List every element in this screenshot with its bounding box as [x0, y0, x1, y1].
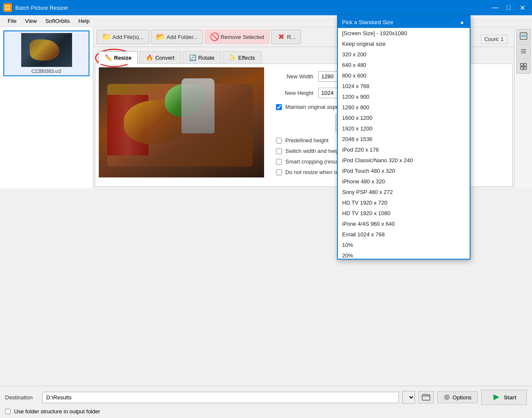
menu-softorbits[interactable]: SoftOrbits: [41, 16, 74, 26]
dropdown-title: Pick a Standard Size: [342, 19, 393, 25]
dropdown-item[interactable]: HD TV 1920 x 720: [338, 197, 470, 208]
dropdown-item[interactable]: iPod Classic/Nano 320 x 240: [338, 155, 470, 166]
title-bar: Batch Picture Resizer — □ ✕: [0, 0, 532, 15]
remove-selected-icon: 🚫: [210, 33, 219, 41]
food-glass: [181, 78, 214, 133]
start-button[interactable]: Start: [481, 390, 527, 405]
add-files-icon: 📁: [102, 33, 111, 41]
svg-rect-2: [6, 6, 9, 9]
preview-image: [99, 67, 264, 177]
menu-view[interactable]: View: [21, 16, 41, 26]
remove-all-icon: ✖: [277, 33, 285, 41]
dropdown-item[interactable]: 320 x 200: [338, 49, 470, 60]
destination-row: Destination ▼ Options Start: [5, 390, 527, 405]
tab-resize-wrapper: ✏️ Resize: [98, 51, 138, 64]
dropdown-item[interactable]: 1600 x 1200: [338, 113, 470, 123]
tab-rotate-label: Rotate: [198, 55, 214, 61]
dropdown-header: Pick a Standard Size ▲: [338, 16, 470, 28]
tab-resize-label: Resize: [114, 55, 131, 61]
dropdown-item[interactable]: HD TV 1920 x 1080: [338, 208, 470, 219]
maintain-aspect-checkbox[interactable]: [276, 104, 282, 110]
right-sidebar: [514, 27, 532, 188]
tab-convert-label: Convert: [155, 55, 175, 61]
remove-selected-button[interactable]: 🚫 Remove Selected: [205, 30, 270, 44]
svg-rect-12: [521, 67, 523, 69]
folder-structure-checkbox[interactable]: [5, 409, 11, 414]
remove-all-label: R...: [287, 34, 295, 40]
dropdown-item[interactable]: Keep original size: [338, 39, 470, 49]
svg-point-16: [444, 395, 449, 400]
thumb-bg: [21, 33, 72, 67]
no-upscale-checkbox[interactable]: [276, 169, 282, 175]
svg-rect-10: [521, 64, 523, 66]
list-view-button[interactable]: [516, 44, 531, 58]
convert-icon: 🔥: [146, 54, 153, 61]
file-list[interactable]: CZ2B0383.cr2: [0, 27, 93, 188]
rotate-icon: 🔄: [189, 54, 196, 61]
image-view-icon: [520, 32, 527, 40]
tab-convert[interactable]: 🔥 Convert: [139, 51, 181, 64]
scroll-up-arrow[interactable]: ▲: [459, 19, 465, 25]
predefined-height-label: Predefined height: [285, 137, 329, 144]
dropdown-item[interactable]: iPhone 480 x 320: [338, 176, 470, 187]
dropdown-item[interactable]: 10%: [338, 240, 470, 250]
tab-effects[interactable]: ✨ Effects: [223, 51, 262, 64]
dropdown-item[interactable]: 20%: [338, 250, 470, 259]
dropdown-item[interactable]: iPod 220 x 176: [338, 144, 470, 155]
dropdown-item[interactable]: Sony PSP 480 x 272: [338, 187, 470, 197]
maximize-button[interactable]: □: [502, 1, 515, 14]
tab-effects-label: Effects: [238, 55, 255, 61]
tab-resize[interactable]: ✏️ Resize: [98, 51, 138, 64]
svg-point-6: [524, 34, 526, 35]
tab-rotate[interactable]: 🔄 Rotate: [183, 51, 221, 64]
dropdown-item[interactable]: 1920 x 1200: [338, 123, 470, 134]
image-view-button[interactable]: [516, 29, 531, 43]
browse-destination-button[interactable]: [418, 391, 434, 404]
destination-input[interactable]: [42, 392, 399, 403]
close-button[interactable]: ✕: [516, 1, 529, 14]
effects-icon: ✨: [229, 54, 236, 61]
app-title: Batch Picture Resizer: [15, 5, 489, 11]
dropdown-item[interactable]: [Screen Size] - 1920x1080: [338, 28, 470, 39]
folder-structure-row: Use folder structure in output folder: [5, 408, 527, 415]
predefined-height-checkbox[interactable]: [276, 138, 282, 144]
list-view-icon: [520, 47, 527, 55]
add-files-button[interactable]: 📁 Add File(s)...: [97, 30, 149, 44]
dropdown-item[interactable]: iPone 4/4S 960 x 640: [338, 219, 470, 229]
svg-rect-11: [524, 64, 526, 66]
svg-point-15: [446, 396, 448, 399]
switch-dimensions-checkbox[interactable]: [276, 148, 282, 154]
svg-marker-17: [493, 394, 499, 400]
app-icon: [3, 3, 12, 12]
dropdown-item[interactable]: iPod Touch 480 x 320: [338, 166, 470, 176]
add-folder-icon: 📂: [156, 33, 165, 41]
add-files-label: Add File(s)...: [112, 34, 144, 40]
destination-label: Destination: [5, 394, 39, 401]
add-folder-label: Add Folder...: [167, 34, 198, 40]
bottom-bar: Destination ▼ Options Start Use folder s…: [0, 386, 532, 418]
destination-dropdown[interactable]: ▼: [402, 391, 415, 404]
minimize-button[interactable]: —: [489, 1, 501, 14]
remove-all-button[interactable]: ✖ R...: [271, 30, 301, 44]
menu-file[interactable]: File: [3, 16, 21, 26]
dropdown-item[interactable]: Email 1024 x 768: [338, 229, 470, 240]
dropdown-item[interactable]: 2048 x 1536: [338, 134, 470, 144]
dropdown-list[interactable]: [Screen Size] - 1920x1080Keep original s…: [338, 28, 470, 259]
file-thumbnail: [21, 33, 72, 67]
add-folder-button[interactable]: 📂 Add Folder...: [151, 30, 203, 44]
dropdown-item[interactable]: 1280 x 800: [338, 102, 470, 113]
menu-help[interactable]: Help: [74, 16, 94, 26]
browse-icon: [422, 393, 430, 401]
dropdown-item[interactable]: 640 x 480: [338, 60, 470, 70]
file-item[interactable]: CZ2B0383.cr2: [3, 30, 89, 76]
dropdown-item[interactable]: 800 x 600: [338, 70, 470, 81]
dropdown-item[interactable]: 1200 x 900: [338, 91, 470, 102]
grid-view-button[interactable]: [516, 59, 531, 74]
size-dropdown-overlay[interactable]: Pick a Standard Size ▲ [Screen Size] - 1…: [337, 15, 471, 260]
dropdown-item[interactable]: 1024 x 768: [338, 81, 470, 91]
food-preview: [99, 67, 264, 177]
remove-selected-label: Remove Selected: [220, 34, 264, 40]
options-button[interactable]: Options: [437, 391, 478, 403]
smart-cropping-checkbox[interactable]: [276, 159, 282, 165]
file-count: Count: 1: [481, 35, 507, 44]
